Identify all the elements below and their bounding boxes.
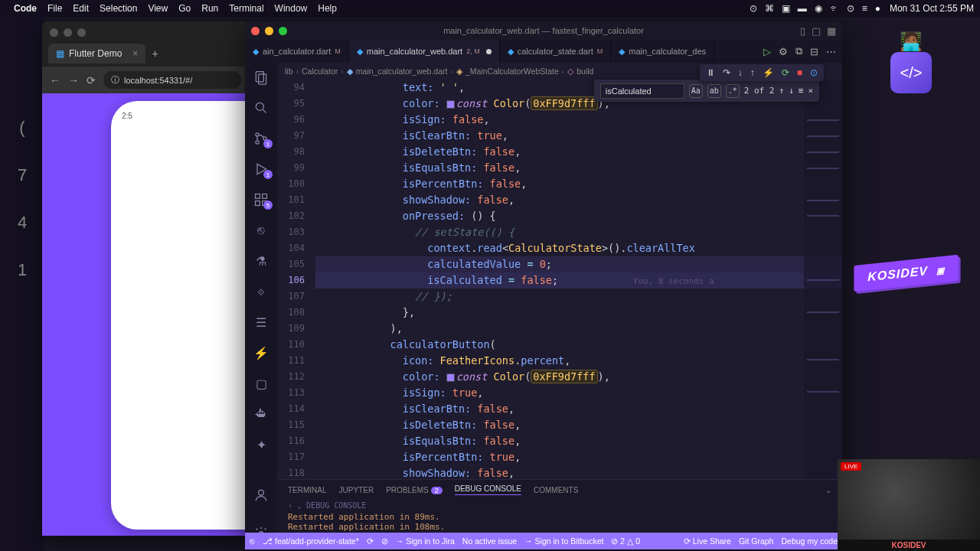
chrome-tab[interactable]: ▦ Flutter Demo × [48, 44, 145, 64]
tray-control-center-icon[interactable]: ≡ [862, 3, 867, 14]
editor-tab[interactable]: ◆calculator_state.dartM [500, 40, 612, 63]
chrome-window: ▦ Flutter Demo × + ← → ⟳ ⓘ localhost:543… [42, 21, 249, 536]
panel-tab[interactable]: PROBLEMS2 [386, 486, 443, 494]
remote-indicator[interactable]: ⎋ [250, 536, 255, 546]
find-in-selection-icon[interactable]: ≡ [799, 83, 804, 99]
address-bar[interactable]: ⓘ localhost:54331/#/ [103, 71, 241, 89]
debug-step-over-icon[interactable]: ↷ [723, 67, 730, 78]
compare-icon[interactable]: ⧉ [795, 45, 802, 57]
menu-view[interactable]: View [148, 3, 168, 14]
bookmark-icon[interactable]: ☰ [253, 314, 270, 331]
tray-icon[interactable]: ⊙ [750, 3, 757, 14]
tray-icon[interactable]: ● [875, 3, 880, 14]
status-item[interactable]: ⊘ [381, 536, 388, 546]
debug-hot-reload-icon[interactable]: ⚡ [763, 67, 774, 78]
source-control-icon[interactable]: 1 [253, 130, 270, 147]
breadcrumb-item[interactable]: lib [285, 67, 293, 76]
status-debug[interactable]: Debug my code [781, 536, 838, 546]
more-icon[interactable]: ⋯ [826, 46, 836, 57]
explorer-icon[interactable] [253, 69, 270, 86]
status-gitgraph[interactable]: Git Graph [739, 536, 774, 546]
forward-button[interactable]: → [68, 74, 79, 86]
status-sync[interactable]: ⟳ [367, 536, 374, 546]
breadcrumb-item[interactable]: Calculator [302, 67, 338, 76]
tray-icon[interactable]: ▣ [782, 3, 790, 14]
tray-icon[interactable]: ◉ [815, 3, 822, 14]
minimap[interactable] [804, 80, 842, 479]
find-input[interactable] [600, 83, 684, 99]
webcam-feed [838, 459, 980, 540]
todo-icon[interactable]: ▢ [253, 375, 270, 392]
minimize-icon[interactable] [64, 28, 72, 37]
panel-tab[interactable]: JUPYTER [339, 486, 374, 494]
status-issue[interactable]: No active issue [462, 536, 517, 546]
panel-collapse-icon[interactable]: ⌄ [825, 486, 831, 494]
debug-step-into-icon[interactable]: ↓ [738, 67, 743, 78]
debug-stop-icon[interactable]: ■ [797, 67, 802, 78]
find-close-icon[interactable]: × [808, 83, 813, 99]
breadcrumb-item[interactable]: build [577, 67, 593, 76]
editor-tab[interactable]: ◆ain_calculator.dartM [245, 40, 349, 63]
status-jira[interactable]: → Sign in to Jira [396, 536, 455, 546]
extensions-icon[interactable]: 5 [253, 191, 270, 208]
match-case-icon[interactable]: Aa [689, 84, 703, 98]
outline-icon[interactable]: ⚡ [253, 344, 270, 361]
account-icon[interactable] [253, 487, 270, 504]
test-icon[interactable]: ⚗ [253, 253, 270, 269]
github-icon[interactable]: ✦ [253, 436, 270, 453]
docker-icon[interactable]: ⛴ [253, 406, 270, 422]
search-icon[interactable] [253, 99, 270, 116]
code-editor[interactable]: Aa ab .* 2 of 2 ↑ ↓ ≡ × 9495969798991001… [277, 80, 842, 479]
new-tab-button[interactable]: + [152, 47, 158, 60]
menubar-app-name[interactable]: Code [14, 3, 37, 14]
status-bitbucket[interactable]: → Sign in to Bitbucket [524, 536, 603, 546]
menu-go[interactable]: Go [178, 3, 191, 14]
debug-step-out-icon[interactable]: ↑ [750, 67, 755, 78]
console-log-line: Restarted application in 108ms. [288, 522, 831, 532]
remote-icon[interactable]: ⎋ [253, 222, 270, 239]
debug-devtools-icon[interactable]: ⊙ [810, 67, 818, 78]
whole-word-icon[interactable]: ab [707, 84, 721, 98]
menu-window[interactable]: Window [275, 3, 308, 14]
reload-button[interactable]: ⟳ [87, 74, 96, 86]
status-problems[interactable]: ⊘ 2 △ 0 [611, 536, 640, 546]
menu-help[interactable]: Help [318, 3, 337, 14]
menu-selection[interactable]: Selection [100, 3, 137, 14]
split-icon[interactable]: ⊟ [810, 46, 818, 57]
maximize-icon[interactable] [77, 28, 86, 37]
editor-tab[interactable]: ◆main_calculator_web.dart2, M [349, 40, 500, 63]
menubar-clock[interactable]: Mon 31 Oct 2:55 PM [890, 3, 974, 14]
debug-icon[interactable]: 1 [253, 161, 270, 178]
find-next-icon[interactable]: ↓ [789, 83, 794, 99]
code-content[interactable]: text: ' ', color: const Color(0xFF9d7fff… [315, 80, 842, 479]
debug-restart-icon[interactable]: ⟳ [782, 67, 789, 78]
find-prev-icon[interactable]: ↑ [779, 83, 785, 99]
debug-continue-icon[interactable]: ⏸ [706, 67, 715, 78]
back-button[interactable]: ← [50, 74, 60, 86]
method-icon: ◇ [567, 67, 573, 76]
run-dropdown-icon[interactable]: ▷ [763, 46, 771, 57]
status-liveshare[interactable]: ⟳ Live Share [684, 536, 731, 546]
tray-search-icon[interactable]: ⊙ [847, 3, 854, 14]
tray-wifi-icon[interactable]: ᯤ [830, 3, 839, 14]
flutter-icon[interactable]: ⟐ [253, 283, 270, 300]
status-branch[interactable]: ⎇ feat/add-provider-state* [263, 536, 359, 546]
debug-config-icon[interactable]: ⚙ [779, 46, 788, 57]
breadcrumb-item[interactable]: main_calculator_web.dart [356, 67, 448, 76]
editor-tab[interactable]: ◆main_calculator_des [611, 40, 714, 63]
tray-battery-icon[interactable]: ▬ [798, 3, 807, 14]
tray-icon[interactable]: ⌘ [765, 3, 774, 14]
menu-edit[interactable]: Edit [73, 3, 89, 14]
close-icon[interactable] [50, 28, 58, 37]
debug-badge: 1 [263, 170, 273, 179]
menu-run[interactable]: Run [201, 3, 218, 14]
menu-file[interactable]: File [47, 3, 62, 14]
line-number-gutter: 9495969798991001011021031041051061071081… [277, 80, 315, 479]
regex-icon[interactable]: .* [726, 84, 740, 98]
panel-tab[interactable]: TERMINAL [288, 486, 327, 494]
panel-tab[interactable]: DEBUG CONSOLE [455, 484, 521, 495]
panel-tab[interactable]: COMMENTS [534, 486, 578, 494]
menu-terminal[interactable]: Terminal [229, 3, 263, 14]
breadcrumb-item[interactable]: _MainCalculatorWebState [466, 67, 559, 76]
close-tab-icon[interactable]: × [132, 48, 138, 59]
